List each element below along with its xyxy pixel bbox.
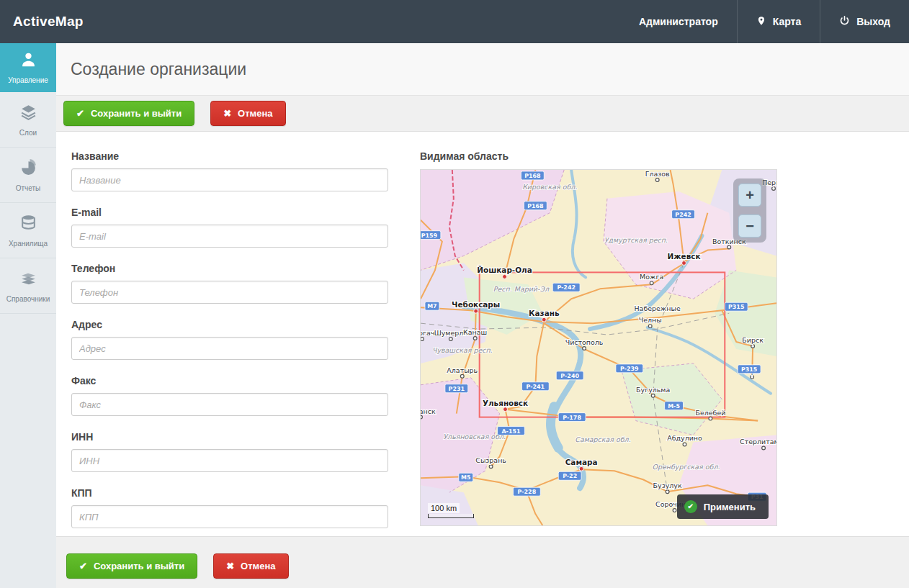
check-icon: ✔: [79, 561, 87, 571]
kpp-field-label: КПП: [71, 487, 388, 499]
topbar-logout-label: Выход: [856, 16, 890, 27]
map-scale-bar: [428, 514, 474, 518]
sidebar-item-storage[interactable]: Хранилища: [0, 203, 56, 258]
map-scale-label: 100 km: [428, 503, 460, 513]
sidebar-item-label: Хранилища: [9, 240, 48, 248]
inn-field-label: ИНН: [71, 431, 388, 443]
fax-field-label: Факс: [71, 375, 388, 386]
svg-text:P-228: P-228: [518, 489, 537, 495]
svg-text:Сергач: Сергач: [421, 329, 434, 337]
name-input[interactable]: [71, 168, 388, 191]
map-canvas[interactable]: ГлазовПермьКировская обл.Удмуртская респ…: [421, 170, 776, 525]
svg-text:P-178: P-178: [563, 415, 581, 421]
svg-text:Ижевск: Ижевск: [667, 252, 700, 261]
svg-text:P315: P315: [728, 304, 744, 310]
svg-text:Челны: Челны: [639, 316, 662, 324]
reports-icon: [19, 158, 37, 179]
top-action-bar: ✔ Сохранить и выйти ✖ Отмена: [56, 96, 909, 132]
layers-icon: [19, 103, 37, 124]
svg-text:Абдулино: Абдулино: [667, 434, 702, 442]
svg-text:Казань: Казань: [529, 309, 560, 317]
field-group-email: E-mail: [71, 207, 388, 248]
svg-text:P-242: P-242: [557, 284, 576, 291]
phone-input[interactable]: [71, 281, 388, 304]
topbar-logout[interactable]: Выход: [820, 0, 909, 43]
close-icon: ✖: [223, 109, 231, 118]
email-field-label: E-mail: [71, 207, 388, 218]
brand-logo: ActiveMap: [0, 0, 84, 43]
svg-text:Набережные: Набережные: [634, 304, 681, 312]
kpp-input[interactable]: [71, 505, 388, 528]
fax-input[interactable]: [71, 393, 388, 416]
apply-check-icon: ✔: [684, 500, 697, 513]
sidebar-item-layers[interactable]: Слои: [0, 92, 56, 148]
name-field-label: Название: [71, 150, 388, 162]
svg-text:Оренбургская обл.: Оренбургская обл.: [653, 463, 720, 471]
svg-text:M5: M5: [461, 474, 470, 481]
svg-text:Удмуртская респ.: Удмуртская респ.: [604, 236, 668, 244]
zoom-out-button[interactable]: −: [738, 214, 761, 238]
svg-text:Саранск: Саранск: [421, 407, 436, 415]
cancel-button[interactable]: ✖ Отмена: [210, 101, 285, 126]
inn-input[interactable]: [71, 449, 388, 472]
zoom-in-button[interactable]: +: [738, 184, 761, 207]
save-and-exit-button-bottom[interactable]: ✔ Сохранить и выйти: [66, 553, 197, 579]
topbar-map-link[interactable]: Карта: [737, 0, 820, 43]
phone-field-label: Телефон: [71, 263, 388, 274]
svg-text:Бузулук: Бузулук: [653, 481, 682, 489]
save-and-exit-button[interactable]: ✔ Сохранить и выйти: [63, 101, 194, 126]
topbar: ActiveMap Администратор Карта Выход: [0, 0, 909, 43]
cancel-button-bottom[interactable]: ✖ Отмена: [213, 553, 288, 579]
main-content: Создание организации ✔ Сохранить и выйти…: [56, 43, 909, 588]
save-button-label: Сохранить и выйти: [94, 561, 184, 571]
svg-text:P-240: P-240: [560, 373, 579, 379]
svg-text:P-241: P-241: [527, 384, 545, 390]
svg-text:P242: P242: [675, 212, 691, 218]
sidebar-item-label: Управление: [8, 76, 48, 84]
svg-text:Чувашская респ.: Чувашская респ.: [432, 346, 493, 354]
field-group-address: Адрес: [71, 319, 388, 360]
svg-text:Чебоксары: Чебоксары: [452, 300, 500, 309]
sidebar-item-label: Справочники: [6, 295, 50, 303]
visible-area-label: Видимая область: [420, 150, 777, 162]
svg-text:A-151: A-151: [501, 428, 520, 435]
topbar-user[interactable]: Администратор: [620, 0, 737, 43]
location-pin-icon: [756, 15, 766, 29]
cancel-button-label: Отмена: [238, 108, 272, 119]
address-input[interactable]: [71, 337, 388, 360]
check-icon: ✔: [76, 109, 84, 118]
svg-text:M7: M7: [427, 303, 436, 309]
visible-area-section: Видимая область: [420, 150, 777, 526]
sidebar-item-label: Отчеты: [16, 184, 41, 192]
email-input[interactable]: [71, 225, 388, 248]
apply-button[interactable]: ✔ Применить: [677, 494, 769, 519]
bottom-action-bar: ✔ Сохранить и выйти ✖ Отмена: [56, 536, 909, 588]
svg-text:Белебей: Белебей: [695, 409, 725, 417]
svg-text:Сызрань: Сызрань: [475, 456, 506, 464]
svg-text:Самара: Самара: [565, 458, 598, 466]
svg-text:P168: P168: [527, 203, 544, 209]
svg-text:Кировская обл.: Кировская обл.: [522, 183, 577, 191]
field-group-kpp: КПП: [71, 487, 388, 528]
sidebar-item-management[interactable]: Управление: [0, 43, 56, 92]
svg-text:Бирск: Бирск: [742, 336, 764, 344]
map-widget[interactable]: ГлазовПермьКировская обл.Удмуртская респ…: [420, 169, 777, 526]
svg-text:Алатырь: Алатырь: [447, 366, 478, 374]
svg-text:P159: P159: [421, 232, 438, 239]
svg-text:Самарская обл.: Самарская обл.: [575, 435, 630, 443]
sidebar-item-reports[interactable]: Отчеты: [0, 148, 56, 203]
svg-text:Чистополь: Чистополь: [565, 338, 604, 346]
svg-text:P315: P315: [741, 366, 757, 373]
sidebar-item-reference[interactable]: Справочники: [0, 258, 56, 314]
storage-icon: [19, 214, 37, 235]
power-icon: [839, 15, 850, 28]
save-button-label: Сохранить и выйти: [91, 108, 182, 119]
svg-text:Глазов: Глазов: [645, 170, 670, 178]
svg-text:Бугульма: Бугульма: [636, 386, 670, 394]
svg-text:P-22: P-22: [563, 473, 577, 479]
svg-text:Ульяновск: Ульяновск: [483, 399, 528, 407]
field-group-fax: Факс: [71, 375, 388, 416]
form-panel: Название E-mail Телефон Адрес Факс: [56, 132, 909, 536]
user-icon: [19, 50, 37, 71]
topbar-map-label: Карта: [773, 16, 802, 27]
